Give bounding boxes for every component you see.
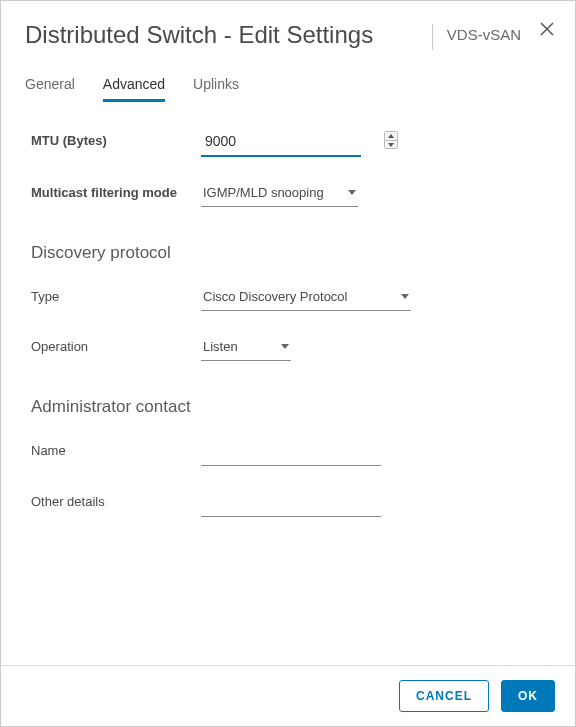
tab-general[interactable]: General [25,70,75,102]
chevron-down-icon [401,294,409,299]
row-mtu: MTU (Bytes) [31,129,545,157]
admin-name-label: Name [31,439,201,458]
multicast-select[interactable]: IGMP/MLD snooping [201,181,358,207]
tab-uplinks[interactable]: Uplinks [193,70,239,102]
edit-settings-dialog: Distributed Switch - Edit Settings VDS-v… [0,0,576,727]
dialog-header: Distributed Switch - Edit Settings VDS-v… [1,1,575,60]
row-admin-name: Name [31,439,545,466]
type-select[interactable]: Cisco Discovery Protocol [201,285,411,311]
dialog-footer: CANCEL OK [1,665,575,726]
row-multicast: Multicast filtering mode IGMP/MLD snoopi… [31,181,545,207]
dialog-body: MTU (Bytes) Multicast filtering mode IGM… [1,103,575,665]
operation-select[interactable]: Listen [201,335,291,361]
multicast-value: IGMP/MLD snooping [203,185,344,200]
header-divider [432,24,433,50]
admin-name-input[interactable] [201,439,381,466]
stepper-buttons [384,131,398,149]
stepper-down[interactable] [385,140,397,148]
multicast-label: Multicast filtering mode [31,181,201,200]
row-admin-other: Other details [31,490,545,517]
context-name: VDS-vSAN [447,26,521,43]
dialog-title: Distributed Switch - Edit Settings [25,21,432,50]
admin-section-title: Administrator contact [31,397,545,417]
mtu-stepper[interactable] [201,129,361,157]
discovery-section-title: Discovery protocol [31,243,545,263]
close-icon[interactable] [539,21,555,37]
ok-button[interactable]: OK [501,680,555,712]
chevron-down-icon [388,143,394,147]
mtu-label: MTU (Bytes) [31,129,201,148]
chevron-down-icon [281,344,289,349]
cancel-button[interactable]: CANCEL [399,680,489,712]
admin-other-input[interactable] [201,490,381,517]
row-operation: Operation Listen [31,335,545,361]
stepper-up[interactable] [385,132,397,140]
type-value: Cisco Discovery Protocol [203,289,397,304]
operation-label: Operation [31,335,201,354]
chevron-down-icon [348,190,356,195]
tab-bar: General Advanced Uplinks [1,60,575,103]
admin-other-label: Other details [31,490,201,509]
operation-value: Listen [203,339,277,354]
mtu-input[interactable] [201,129,384,155]
tab-advanced[interactable]: Advanced [103,70,165,102]
chevron-up-icon [388,134,394,138]
row-type: Type Cisco Discovery Protocol [31,285,545,311]
type-label: Type [31,285,201,304]
